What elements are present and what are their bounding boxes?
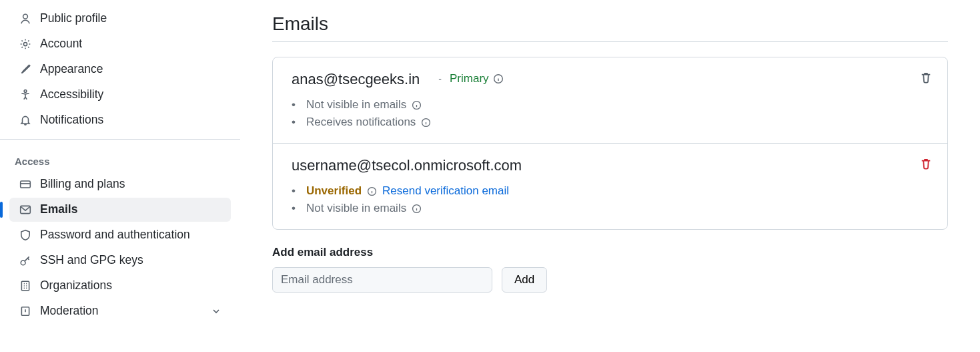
- sidebar-label: Password and authentication: [40, 229, 190, 241]
- unverified-label: Unverified: [306, 184, 362, 198]
- sidebar-item-moderation[interactable]: Moderation: [9, 299, 231, 323]
- primary-label: Primary: [450, 72, 489, 85]
- sidebar-label: Emails: [40, 204, 77, 216]
- credit-card-icon: [19, 178, 32, 191]
- primary-badge: - Primary: [438, 72, 503, 85]
- svg-rect-6: [21, 281, 29, 291]
- sidebar-item-account[interactable]: Account: [9, 32, 231, 56]
- svg-rect-3: [21, 181, 31, 188]
- info-icon[interactable]: [493, 73, 504, 84]
- sidebar-label: SSH and GPG keys: [40, 254, 143, 267]
- chevron-down-icon: [211, 306, 221, 317]
- report-icon: [19, 305, 32, 318]
- sidebar-item-ssh[interactable]: SSH and GPG keys: [9, 248, 231, 273]
- title-divider: [272, 41, 948, 42]
- sidebar-label: Organizations: [40, 280, 112, 292]
- svg-point-1: [23, 42, 27, 45]
- sidebar-label: Moderation: [40, 305, 99, 317]
- bullet-text: Not visible in emails: [306, 98, 406, 112]
- mail-icon: [19, 203, 32, 216]
- add-email-button[interactable]: Add: [502, 267, 547, 293]
- separator-dash: -: [438, 73, 442, 84]
- email-row: username@tsecol.onmicrosoft.com Unverifi…: [273, 143, 947, 229]
- sidebar-item-password[interactable]: Password and authentication: [9, 223, 231, 247]
- bell-icon: [19, 114, 32, 127]
- sidebar-label: Public profile: [40, 13, 107, 25]
- sidebar-item-accessibility[interactable]: Accessibility: [9, 83, 231, 107]
- sidebar-label: Billing and plans: [40, 178, 125, 190]
- svg-point-0: [23, 14, 28, 19]
- sidebar-label: Notifications: [40, 114, 103, 126]
- delete-email-button[interactable]: [919, 71, 933, 84]
- email-address: username@tsecol.onmicrosoft.com: [292, 158, 522, 173]
- page-title: Emails: [272, 13, 948, 35]
- key-icon: [19, 254, 32, 267]
- info-icon[interactable]: [421, 118, 431, 128]
- email-list: anas@tsecgeeks.in - Primary Not visible …: [272, 57, 948, 230]
- sidebar-label: Accessibility: [40, 89, 103, 101]
- email-bullets: Unverified Resend verification email Not…: [292, 182, 929, 217]
- sidebar-item-billing[interactable]: Billing and plans: [9, 172, 231, 196]
- email-address: anas@tsecgeeks.in: [292, 72, 420, 87]
- sidebar-item-appearance[interactable]: Appearance: [9, 57, 231, 81]
- sidebar-group-access: Access: [0, 144, 240, 171]
- resend-verification-link[interactable]: Resend verification email: [382, 184, 509, 198]
- info-icon[interactable]: [412, 100, 422, 110]
- sidebar-item-emails[interactable]: Emails: [9, 198, 231, 222]
- sidebar-item-organizations[interactable]: Organizations: [9, 274, 231, 298]
- sidebar-label: Account: [40, 38, 82, 50]
- email-row: anas@tsecgeeks.in - Primary Not visible …: [273, 57, 947, 143]
- sidebar-label: Appearance: [40, 63, 103, 75]
- add-email-section: Add email address Add: [272, 246, 948, 293]
- sidebar-item-notifications[interactable]: Notifications: [9, 108, 231, 132]
- email-bullets: Not visible in emails Receives notificat…: [292, 96, 929, 131]
- info-icon[interactable]: [367, 186, 377, 196]
- gear-icon: [19, 37, 32, 51]
- email-bullet: Not visible in emails: [292, 200, 929, 217]
- add-email-label: Add email address: [272, 246, 948, 259]
- settings-sidebar: Public profile Account Appearance Access…: [0, 0, 240, 352]
- email-bullet: Receives notifications: [292, 114, 929, 131]
- shield-lock-icon: [19, 228, 32, 242]
- add-email-input[interactable]: [272, 267, 492, 293]
- organization-icon: [19, 279, 32, 293]
- bullet-text: Not visible in emails: [306, 202, 406, 215]
- person-icon: [19, 12, 32, 25]
- svg-point-2: [24, 90, 27, 93]
- accessibility-icon: [19, 88, 32, 102]
- sidebar-divider: [0, 139, 240, 140]
- email-bullet: Not visible in emails: [292, 96, 929, 114]
- sidebar-item-public-profile[interactable]: Public profile: [9, 7, 231, 31]
- paintbrush-icon: [19, 63, 32, 76]
- email-bullet: Unverified Resend verification email: [292, 182, 929, 200]
- main-panel: Emails anas@tsecgeeks.in - Primary: [240, 0, 980, 352]
- bullet-text: Receives notifications: [306, 116, 416, 129]
- info-icon[interactable]: [412, 204, 422, 214]
- delete-email-button[interactable]: [919, 157, 933, 170]
